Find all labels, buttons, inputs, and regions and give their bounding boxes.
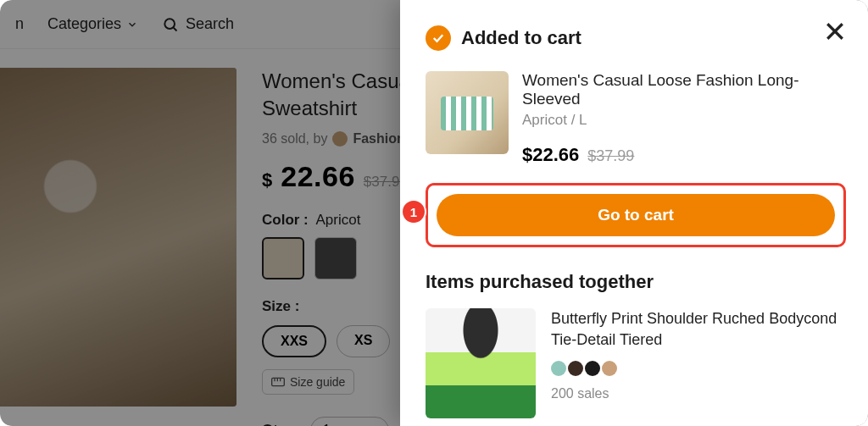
added-title: Added to cart xyxy=(461,27,581,49)
added-to-cart-panel: Added to cart Women's Casual Loose Fashi… xyxy=(400,0,868,426)
items-together-heading: Items purchased together xyxy=(426,271,846,293)
close-icon xyxy=(822,19,848,44)
close-button[interactable] xyxy=(822,19,848,44)
success-badge xyxy=(426,25,451,51)
go-to-cart-button[interactable]: Go to cart xyxy=(437,194,835,236)
rec-swatch-3[interactable] xyxy=(585,361,600,376)
added-header: Added to cart xyxy=(426,25,846,51)
step-marker: 1 xyxy=(403,201,425,223)
rec-swatch-2[interactable] xyxy=(568,361,583,376)
cart-item-price-old: $37.99 xyxy=(587,147,634,165)
cart-item-title: Women's Casual Loose Fashion Long-Sleeve… xyxy=(522,71,846,108)
rec-swatch-1[interactable] xyxy=(551,361,566,376)
recommended-thumb[interactable] xyxy=(426,308,536,418)
recommended-item[interactable]: Butterfly Print Shoulder Ruched Bodycond… xyxy=(426,308,846,418)
recommended-title: Butterfly Print Shoulder Ruched Bodycond… xyxy=(551,308,846,351)
cart-item-thumb[interactable] xyxy=(426,71,509,154)
cart-item: Women's Casual Loose Fashion Long-Sleeve… xyxy=(426,71,846,166)
go-to-cart-highlight: 1 Go to cart xyxy=(426,183,846,247)
cart-item-variant: Apricot / L xyxy=(522,112,846,129)
cart-item-price: $22.66 $37.99 xyxy=(522,144,846,166)
cart-item-price-current: $22.66 xyxy=(522,144,579,166)
rec-swatch-4[interactable] xyxy=(602,361,617,376)
check-icon xyxy=(431,30,446,46)
recommended-swatches xyxy=(551,361,846,376)
recommended-sales: 200 sales xyxy=(551,386,846,401)
